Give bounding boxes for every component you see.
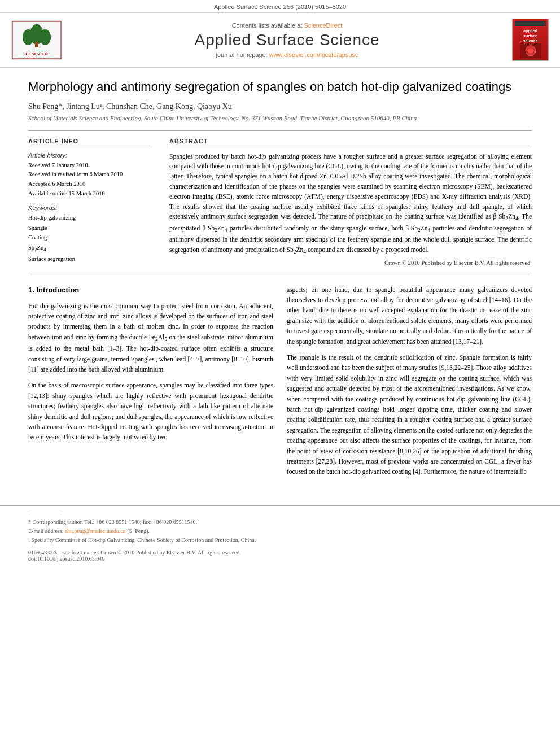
article-dates: Received 7 January 2010 Received in revi… bbox=[28, 161, 152, 199]
svg-point-3 bbox=[40, 29, 51, 45]
journal-header: ELSEVIER Contents lists available at Sci… bbox=[0, 13, 560, 68]
journal-cover-area: applied surface science bbox=[512, 19, 549, 61]
svg-point-9 bbox=[528, 48, 533, 53]
body-para-4: The spangle is the result of the dendrit… bbox=[287, 352, 532, 477]
article-authors: Shu Peng*, Jintang Lu¹, Chunshan Che, Ga… bbox=[28, 102, 532, 111]
svg-rect-4 bbox=[35, 42, 38, 47]
sciencedirect-link[interactable]: ScienceDirect bbox=[304, 22, 342, 29]
svg-point-2 bbox=[23, 29, 34, 45]
abstract-heading: Abstract bbox=[169, 138, 532, 147]
journal-homepage: journal homepage: www.elsevier.com/locat… bbox=[216, 51, 358, 58]
info-section: Article Info Article history: Received 7… bbox=[28, 130, 532, 273]
email-note: E-mail address: shu.peng@mailscut.edu.cn… bbox=[28, 527, 532, 536]
body-col-left: 1. Introduction Hot-dip galvanizing is t… bbox=[28, 285, 273, 483]
journal-header-center: Contents lists available at ScienceDirec… bbox=[68, 19, 506, 61]
elsevier-logo: ELSEVIER bbox=[11, 20, 62, 60]
article-body: 1. Introduction Hot-dip galvanizing is t… bbox=[28, 285, 532, 483]
footnote1: ¹ Speciality Committee of Hot-dip Galvan… bbox=[28, 536, 532, 545]
doi-line: doi:10.1016/j.apsusc.2010.03.046 bbox=[28, 556, 532, 562]
abstract-text: Spangles produced by batch hot-dip galva… bbox=[169, 152, 532, 256]
journal-title: Applied Surface Science bbox=[194, 31, 379, 49]
corresponding-author-note: * Corresponding author. Tel.: +86 020 85… bbox=[28, 518, 532, 527]
journal-cover: applied surface science bbox=[512, 19, 549, 61]
body-para-1: Hot-dip galvanizing is the most common w… bbox=[28, 301, 273, 375]
sciencedirect-line: Contents lists available at ScienceDirec… bbox=[232, 22, 343, 29]
body-col-right: aspects; on one hand, due to spangle bea… bbox=[287, 285, 532, 483]
history-label: Article history: bbox=[28, 152, 152, 159]
cover-image bbox=[517, 43, 545, 58]
copyright-line: Crown © 2010 Published by Elsevier B.V. … bbox=[169, 260, 532, 266]
footer-doi: 0169-4332/$ – see front matter. Crown © … bbox=[28, 549, 532, 562]
keywords-label: Keywords: bbox=[28, 204, 152, 211]
page-wrapper: Applied Surface Science 256 (2010) 5015–… bbox=[0, 0, 560, 567]
section1-title: 1. Introduction bbox=[28, 285, 273, 296]
article-title: Morphology and antimony segregation of s… bbox=[28, 79, 532, 95]
article-info-col: Article Info Article history: Received 7… bbox=[28, 138, 152, 266]
article-info-heading: Article Info bbox=[28, 138, 152, 147]
cover-title: applied surface science bbox=[523, 28, 538, 43]
keywords-list: Hot-dip galvanizing Spangle Coating Sb2Z… bbox=[28, 213, 152, 264]
elsevier-logo-area: ELSEVIER bbox=[11, 19, 62, 61]
article-content: Morphology and antimony segregation of s… bbox=[0, 68, 560, 494]
author-email[interactable]: shu.peng@mailscut.edu.cn bbox=[65, 528, 126, 534]
article-footer: * Corresponding author. Tel.: +86 020 85… bbox=[0, 505, 560, 567]
body-para-2: On the basis of macroscopic surface appe… bbox=[28, 380, 273, 442]
article-affiliation: School of Materials Science and Engineer… bbox=[28, 115, 532, 121]
cover-top-bar bbox=[515, 21, 546, 26]
footer-notes: * Corresponding author. Tel.: +86 020 85… bbox=[28, 518, 532, 545]
homepage-link[interactable]: www.elsevier.com/locate/apsusc bbox=[269, 51, 358, 58]
issn-line: 0169-4332/$ – see front matter. Crown © … bbox=[28, 549, 532, 556]
citation-text: Applied Surface Science 256 (2010) 5015–… bbox=[214, 3, 346, 10]
keywords-section: Keywords: Hot-dip galvanizing Spangle Co… bbox=[28, 204, 152, 264]
body-para-3: aspects; on one hand, due to spangle bea… bbox=[287, 285, 532, 347]
abstract-col: Abstract Spangles produced by batch hot-… bbox=[169, 138, 532, 266]
journal-citation: Applied Surface Science 256 (2010) 5015–… bbox=[0, 0, 560, 13]
footer-divider bbox=[28, 514, 62, 514]
svg-text:ELSEVIER: ELSEVIER bbox=[25, 51, 48, 56]
